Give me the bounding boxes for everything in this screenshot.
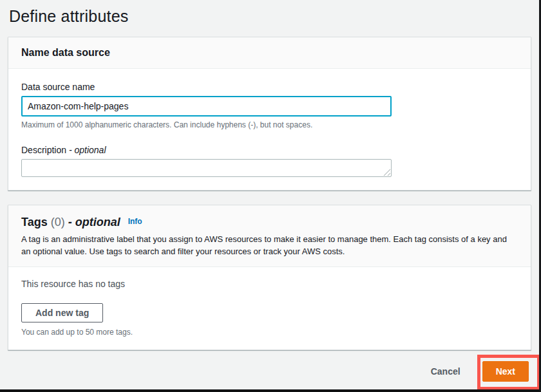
tags-title: Tags <box>21 216 48 229</box>
name-card-title: Name data source <box>21 47 110 58</box>
name-helper-text: Maximum of 1000 alphanumeric characters.… <box>21 120 518 129</box>
tags-limit-text: You can add up to 50 more tags. <box>21 328 518 337</box>
data-source-name-field: Data source name Maximum of 1000 alphanu… <box>21 82 518 129</box>
name-card-body: Data source name Maximum of 1000 alphanu… <box>8 69 531 190</box>
tags-card-body: This resource has no tags Add new tag Yo… <box>8 267 531 350</box>
tags-card: Tags (0) - optionalInfo A tag is an admi… <box>8 205 531 350</box>
description-label-text: Description <box>21 145 69 155</box>
description-label: Description - optional <box>21 145 518 155</box>
resize-handle-icon[interactable] <box>382 167 390 176</box>
tags-title-row: Tags (0) - optionalInfo <box>21 216 518 229</box>
description-field: Description - optional <box>21 145 518 177</box>
tags-optional-suffix: - optional <box>68 216 120 229</box>
footer-actions: Cancel Next <box>0 361 539 382</box>
page-title: Define attributes <box>0 0 539 37</box>
info-link[interactable]: Info <box>128 217 142 226</box>
tags-count: (0) <box>48 216 68 229</box>
data-source-name-label: Data source name <box>21 82 518 92</box>
name-card-header: Name data source <box>8 37 531 69</box>
data-source-name-input[interactable] <box>21 96 392 117</box>
define-attributes-page: Define attributes Name data source Data … <box>0 0 541 392</box>
next-button[interactable]: Next <box>482 361 529 382</box>
tags-description: A tag is an administrative label that yo… <box>21 234 518 258</box>
description-optional-suffix: - optional <box>69 145 106 155</box>
add-new-tag-button[interactable]: Add new tag <box>21 303 103 322</box>
name-data-source-card: Name data source Data source name Maximu… <box>8 37 531 191</box>
description-textarea[interactable] <box>21 159 392 177</box>
cancel-button[interactable]: Cancel <box>428 362 463 380</box>
tags-card-header: Tags (0) - optionalInfo A tag is an admi… <box>8 205 531 267</box>
tags-empty-text: This resource has no tags <box>21 279 518 289</box>
